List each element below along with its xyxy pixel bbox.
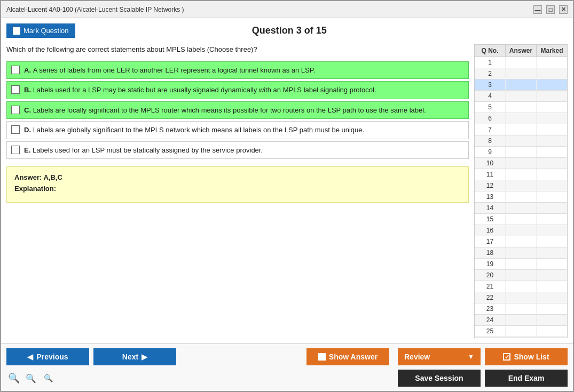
list-cell-answer <box>506 259 537 269</box>
list-row[interactable]: 15 <box>475 214 567 225</box>
list-row[interactable]: 6 <box>475 113 567 124</box>
review-button[interactable]: Review ▼ <box>398 348 481 365</box>
list-cell-marked <box>537 147 567 157</box>
list-row[interactable]: 26 <box>475 337 567 338</box>
show-answer-button[interactable]: Show Answer <box>306 348 389 365</box>
col-qno: Q No. <box>475 45 506 57</box>
option-b[interactable]: B. Labels used for a LSP may be static b… <box>6 81 469 99</box>
answer-box: Answer: A,B,C Explanation: <box>6 166 469 203</box>
list-cell-marked <box>537 203 567 213</box>
options-list: A. A series of labels from one LER to an… <box>6 61 469 159</box>
list-row[interactable]: 24 <box>475 315 567 326</box>
window-title: Alcatel-Lucent 4A0-100 (Alcatel-Lucent S… <box>6 6 184 13</box>
list-row[interactable]: 9 <box>475 147 567 158</box>
list-cell-num: 14 <box>475 203 506 213</box>
list-cell-marked <box>537 292 567 303</box>
list-cell-marked <box>537 180 567 191</box>
toolbar-row2: 🔍 🔍 🔍 Save Session End Exam <box>6 370 568 387</box>
list-row[interactable]: 17 <box>475 236 567 247</box>
save-session-button[interactable]: Save Session <box>398 370 481 387</box>
list-cell-answer <box>506 68 537 79</box>
maximize-button[interactable]: □ <box>546 5 555 14</box>
list-cell-num: 22 <box>475 292 506 303</box>
option-c[interactable]: C. Labels are locally significant to the… <box>6 101 469 119</box>
list-row[interactable]: 1 <box>475 57 567 68</box>
list-row[interactable]: 16 <box>475 225 567 236</box>
list-cell-answer <box>506 247 537 258</box>
mark-question-button[interactable]: Mark Question <box>6 23 75 38</box>
zoom-reset-button[interactable]: 🔍 <box>23 371 38 386</box>
list-row[interactable]: 21 <box>475 281 567 292</box>
list-cell-marked <box>537 102 567 113</box>
list-row[interactable]: 11 <box>475 169 567 180</box>
list-cell-marked <box>537 281 567 292</box>
close-button[interactable]: ✕ <box>559 5 568 14</box>
list-row[interactable]: 22 <box>475 292 567 303</box>
list-cell-marked <box>537 91 567 101</box>
next-arrow-icon: ▶ <box>141 353 147 361</box>
list-row[interactable]: 3 <box>475 79 567 91</box>
prev-arrow-icon: ◀ <box>27 353 33 361</box>
list-cell-num: 7 <box>475 124 506 135</box>
list-cell-answer <box>506 225 537 236</box>
option-d-text: D. Labels are globally significant to th… <box>24 125 364 135</box>
list-cell-num: 2 <box>475 68 506 79</box>
list-cell-answer <box>506 281 537 292</box>
checkbox-c[interactable] <box>11 106 20 114</box>
window-controls: — □ ✕ <box>533 5 568 14</box>
option-e[interactable]: E. Labels used for an LSP must be static… <box>6 141 469 159</box>
option-d[interactable]: D. Labels are globally significant to th… <box>6 121 469 139</box>
list-row[interactable]: 2 <box>475 68 567 79</box>
list-row[interactable]: 4 <box>475 91 567 102</box>
list-row[interactable]: 10 <box>475 158 567 169</box>
list-row[interactable]: 14 <box>475 203 567 214</box>
checkbox-e[interactable] <box>11 146 20 154</box>
previous-label: Previous <box>36 353 68 361</box>
list-cell-marked <box>537 169 567 180</box>
list-cell-answer <box>506 147 537 157</box>
list-cell-answer <box>506 203 537 213</box>
list-cell-marked <box>537 337 567 338</box>
list-cell-marked <box>537 68 567 79</box>
show-list-button[interactable]: ✓ Show List <box>485 348 568 365</box>
list-row[interactable]: 12 <box>475 180 567 191</box>
list-row[interactable]: 5 <box>475 102 567 113</box>
option-a[interactable]: A. A series of labels from one LER to an… <box>6 61 469 79</box>
list-cell-answer <box>506 102 537 113</box>
previous-button[interactable]: ◀ Previous <box>6 348 89 365</box>
list-cell-marked <box>537 326 567 337</box>
list-cell-num: 25 <box>475 326 506 337</box>
question-list-panel[interactable]: Q No. Answer Marked 1 2 3 4 5 6 <box>474 44 568 338</box>
list-row[interactable]: 8 <box>475 135 567 147</box>
list-row[interactable]: 25 <box>475 326 567 337</box>
option-c-text: C. Labels are locally significant to the… <box>24 105 426 116</box>
minimize-button[interactable]: — <box>533 5 542 14</box>
zoom-out-button[interactable]: 🔍 <box>41 371 56 386</box>
col-answer: Answer <box>506 45 537 57</box>
review-label: Review <box>404 353 430 361</box>
list-cell-answer <box>506 158 537 169</box>
list-cell-num: 8 <box>475 135 506 146</box>
list-cell-answer <box>506 292 537 303</box>
list-row[interactable]: 13 <box>475 191 567 203</box>
list-row[interactable]: 19 <box>475 259 567 270</box>
list-cell-marked <box>537 57 567 68</box>
list-cell-answer <box>506 214 537 225</box>
list-cell-num: 23 <box>475 303 506 314</box>
list-cell-marked <box>537 191 567 202</box>
list-row[interactable]: 20 <box>475 270 567 281</box>
toolbar-row1: ◀ Previous Next ▶ Show Answer Review ▼ ✓ <box>6 348 568 365</box>
checkbox-b[interactable] <box>11 85 20 94</box>
end-exam-button[interactable]: End Exam <box>485 370 568 387</box>
checkbox-d[interactable] <box>11 125 20 134</box>
zoom-in-button[interactable]: 🔍 <box>6 371 21 386</box>
next-button[interactable]: Next ▶ <box>93 348 176 365</box>
list-cell-answer <box>506 79 537 90</box>
list-row[interactable]: 23 <box>475 303 567 315</box>
left-panel: Which of the following are correct state… <box>6 44 469 338</box>
list-row[interactable]: 18 <box>475 247 567 259</box>
list-cell-answer <box>506 326 537 337</box>
checkbox-a[interactable] <box>11 66 20 74</box>
list-row[interactable]: 7 <box>475 124 567 135</box>
list-cell-num: 15 <box>475 214 506 225</box>
